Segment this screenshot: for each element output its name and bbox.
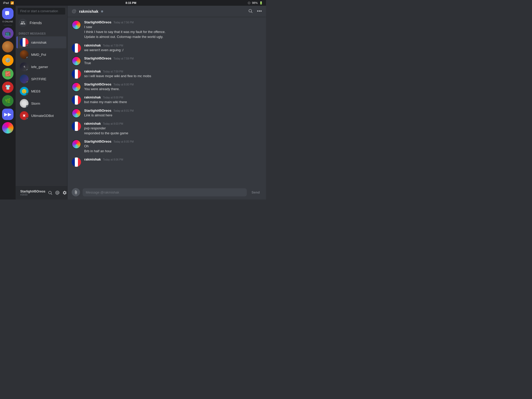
message-header: rakmishak Today at 8:03 PM [84,122,262,125]
svg-line-3 [251,12,252,13]
chat-header: @ rakmishak ••• [68,6,266,17]
dm-section-header: DIRECT MESSAGES [16,29,67,36]
message-group: Starlight45Oreos Today at 7:56 PM I saw … [72,20,262,40]
server-icon-bear[interactable] [2,41,14,52]
messages-container[interactable]: Starlight45Oreos Today at 7:56 PM I saw … [68,17,266,186]
chat-at-sign: @ [72,9,76,14]
message-timestamp: Today at 7:59 PM [103,70,123,73]
message-content: Starlight45Oreos Today at 8:05 PM Oh Brb… [84,139,262,154]
message-timestamp: Today at 7:59 PM [114,57,134,60]
message-timestamp: Today at 8:00 PM [103,96,123,99]
message-content: rakmishak Today at 7:59 PM we weren't ev… [84,43,262,53]
dm-item-rakmishak[interactable]: rakmishak [17,36,66,48]
message-avatar-rakmishak [72,157,81,167]
mention-icon[interactable] [55,190,60,195]
message-text: Link is almost here [84,113,262,118]
message-header: Starlight45Oreos Today at 7:59 PM [84,56,262,60]
attachment-button[interactable] [72,188,80,196]
message-group: Starlight45Oreos Today at 8:01 PM Link i… [72,109,262,118]
message-group: rakmishak Today at 8:03 PM pvp responder… [72,122,262,136]
svg-line-1 [51,194,52,195]
dm-item-storm[interactable]: Storm [17,97,66,109]
dm-avatar-storm [20,99,29,108]
dm-name-lefe: lefe_gamer [31,65,48,69]
dm-name-mee6: MEE6 [31,89,40,93]
status-left: iPad 📶 [3,1,14,5]
settings-icon[interactable] [62,190,67,195]
message-author: Starlight45Oreos [84,139,111,143]
message-author: rakmishak [84,43,101,47]
storm-status [26,105,29,108]
server-icon-arrow[interactable]: ▶▶ [2,109,14,120]
message-header: Starlight45Oreos Today at 8:01 PM [84,109,262,112]
message-header: rakmishak Today at 7:59 PM [84,43,262,47]
message-input[interactable] [83,188,247,196]
friends-item[interactable]: Friends [16,17,67,29]
user-footer: Starlight45Oreos #3930 [16,186,67,200]
message-group: rakmishak Today at 8:00 PM but make my m… [72,95,262,105]
server-icon-minecraft[interactable]: 🧱 [2,68,14,79]
message-avatar-rakmishak [72,69,81,79]
server-icon-green[interactable]: 🌿 [2,95,14,107]
message-content: Starlight45Oreos Today at 7:59 PM True [84,56,262,66]
message-header: Starlight45Oreos Today at 8:00 PM [84,82,262,86]
message-text: Oh Brb in half an hour [84,144,262,154]
dm-item-ultimate[interactable]: ✖ UltimateGDBot [17,110,66,122]
message-content: Starlight45Oreos Today at 8:01 PM Link i… [84,109,262,118]
chat-search-icon[interactable] [248,9,253,14]
svg-point-0 [49,191,51,194]
dm-item-lefe[interactable]: ⚗ lefe_gamer [17,61,66,73]
dm-icon[interactable] [2,8,14,19]
message-content: rakmishak Today at 8:06 PM [84,157,262,162]
svg-point-2 [249,9,252,12]
ipad-label: iPad [3,1,9,4]
message-group: Starlight45Oreos Today at 7:59 PM True [72,56,262,66]
message-group: rakmishak Today at 7:59 PM we weren't ev… [72,43,262,53]
message-header: Starlight45Oreos Today at 7:56 PM [84,20,262,24]
bluetooth-icon: ⬡ [248,1,250,5]
message-text: I saw I think I have to say that it was … [84,25,262,39]
search-bar[interactable]: Find or start a conversation [18,8,65,15]
message-group: rakmishak Today at 8:06 PM [72,157,262,167]
dm-item-spitfire[interactable]: SPITFIRE [17,73,66,85]
dm-name-storm: Storm [31,102,40,105]
message-author: Starlight45Oreos [84,20,111,24]
dm-avatar-spitfire [20,75,29,83]
online-count: 0 ONLINE [2,20,13,23]
message-timestamp: Today at 7:59 PM [103,44,123,47]
message-timestamp: Today at 8:05 PM [114,140,134,143]
message-author: rakmishak [84,157,101,161]
dm-item-mmd[interactable]: MMD_Pol [17,49,66,61]
spitfire-status [26,81,29,83]
chat-header-name: rakmishak [79,9,98,14]
server-icon-twitch[interactable]: 📺 [2,28,14,39]
message-avatar-rakmishak [72,43,81,53]
message-avatar-rakmishak [72,122,81,131]
message-content: rakmishak Today at 8:00 PM but make my m… [84,95,262,105]
message-author: Starlight45Oreos [84,56,111,60]
battery-label: 98% [252,1,258,4]
battery-icon: 🔋 [259,1,263,5]
message-timestamp: Today at 8:06 PM [103,158,123,161]
server-icon-red[interactable]: 👕 [2,82,14,93]
dm-item-mee6[interactable]: 😊 MEE6 [17,85,66,97]
chat-header-status-dot [101,10,103,12]
dm-name-rakmishak: rakmishak [31,41,46,44]
message-text: You were already there. [84,87,262,91]
message-content: Starlight45Oreos Today at 8:00 PM You we… [84,82,262,92]
chat-more-icon[interactable]: ••• [257,9,262,14]
message-timestamp: Today at 7:56 PM [114,21,134,24]
message-group: Starlight45Oreos Today at 8:05 PM Oh Brb… [72,139,262,154]
send-button[interactable]: Send [249,189,262,195]
current-user-tag: #3930 [20,193,45,196]
message-avatar-starlight [72,20,81,30]
server-icon-dark[interactable] [2,122,14,134]
message-avatar-starlight [72,82,81,92]
message-group: rakmishak Today at 7:59 PM so i will lea… [72,69,262,79]
dm-avatar-rakmishak [20,38,29,47]
search-user-icon[interactable] [48,190,53,195]
dm-avatar-ultimate: ✖ [20,111,29,120]
friends-avatar [19,19,27,27]
wifi-icon: 📶 [10,1,14,5]
server-icon-official[interactable]: ⚙️ [2,55,14,66]
